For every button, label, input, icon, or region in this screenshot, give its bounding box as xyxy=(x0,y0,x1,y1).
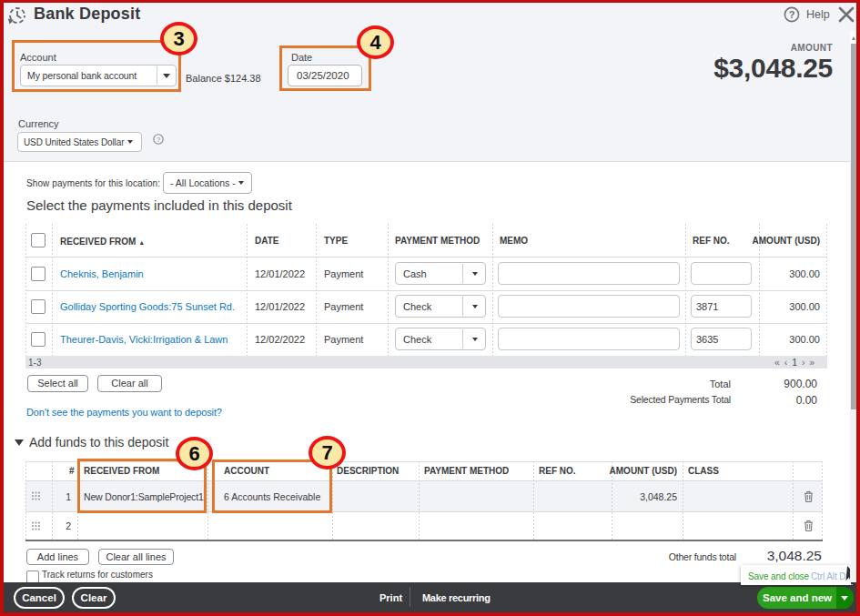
svg-text:?: ? xyxy=(157,136,160,144)
svg-text:?: ? xyxy=(789,9,795,20)
